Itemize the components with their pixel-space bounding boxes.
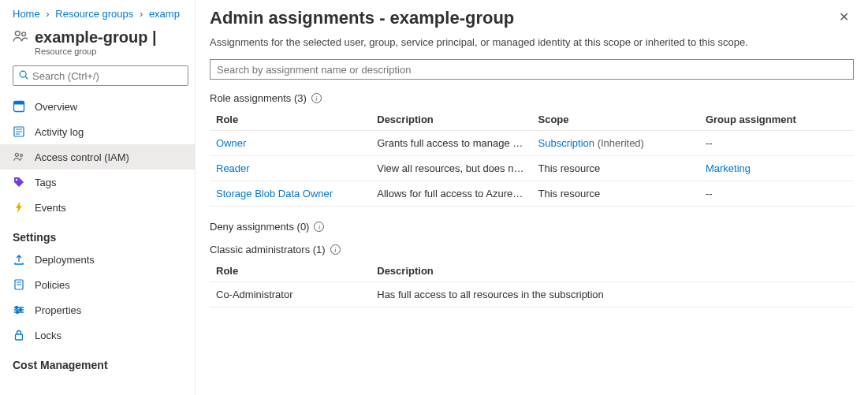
col-scope[interactable]: Scope	[532, 109, 699, 131]
deny-assignments-heading: Deny assignments (0) i	[210, 221, 854, 233]
cell-description: Allows for full access to Azure S…	[371, 181, 531, 207]
table-row[interactable]: Owner Grants full access to manage all ……	[210, 131, 854, 156]
info-icon[interactable]: i	[314, 222, 324, 232]
sidebar-item-label: Deployments	[35, 254, 95, 266]
svg-rect-4	[14, 102, 24, 105]
col-group[interactable]: Group assignment	[699, 109, 854, 131]
sidebar-item-label: Activity log	[35, 126, 84, 138]
scope-link[interactable]: Subscription	[538, 137, 595, 149]
breadcrumb-item[interactable]: examp	[149, 8, 180, 20]
classic-admins-heading: Classic administrators (1) i	[210, 244, 854, 255]
overview-icon	[13, 100, 25, 113]
svg-point-10	[16, 307, 18, 309]
role-link[interactable]: Storage Blob Data Owner	[216, 188, 333, 199]
sidebar-search-input[interactable]	[29, 70, 183, 82]
svg-point-1	[22, 32, 26, 36]
col-role[interactable]: Role	[210, 109, 371, 131]
table-row[interactable]: Reader View all resources, but does not……	[210, 156, 854, 181]
breadcrumb-item[interactable]: Home	[13, 8, 40, 20]
sidebar-item-label: Locks	[35, 330, 61, 341]
sidebar-item-label: Events	[35, 202, 66, 214]
info-icon[interactable]: i	[330, 244, 341, 255]
sidebar-search[interactable]	[13, 65, 188, 86]
role-assignments-table: Role Description Scope Group assignment …	[210, 109, 854, 207]
sidebar-item-label: Tags	[35, 177, 56, 188]
col-description[interactable]: Description	[371, 109, 531, 131]
group-link[interactable]: Marketing	[706, 162, 751, 174]
info-icon[interactable]: i	[311, 93, 322, 103]
lock-icon	[13, 329, 25, 341]
sidebar-item-events[interactable]: Events	[0, 195, 195, 220]
svg-point-8	[16, 179, 17, 181]
log-icon	[13, 125, 25, 138]
cell-description: Grants full access to manage all …	[371, 131, 531, 156]
page-title: example-group |	[35, 28, 157, 47]
role-assignments-heading: Role assignments (3) i	[210, 92, 854, 104]
breadcrumb: Home › Resource groups › examp	[0, 5, 195, 24]
chevron-right-icon: ›	[46, 8, 49, 20]
sidebar-item-label: Access control (IAM)	[35, 151, 129, 163]
sidebar-item-locks[interactable]: Locks	[0, 322, 195, 348]
breadcrumb-item[interactable]: Resource groups	[55, 8, 133, 20]
people-icon	[13, 151, 25, 163]
lightning-icon	[13, 201, 25, 214]
role-link[interactable]: Owner	[216, 137, 246, 149]
svg-point-12	[17, 311, 19, 314]
sidebar-item-policies[interactable]: Policies	[0, 272, 195, 297]
svg-point-2	[20, 71, 26, 77]
svg-point-0	[15, 31, 20, 35]
col-role[interactable]: Role	[210, 260, 371, 282]
panel-title: Admin assignments - example-group	[210, 8, 514, 28]
admin-assignments-panel: Admin assignments - example-group ✕ Assi…	[196, 0, 868, 395]
cell-description: View all resources, but does not…	[371, 156, 531, 181]
cell-role: Co-Administrator	[210, 282, 371, 307]
search-icon	[18, 69, 29, 83]
upload-icon	[13, 253, 25, 266]
sidebar-item-properties[interactable]: Properties	[0, 297, 195, 322]
panel-search[interactable]	[210, 59, 854, 80]
sidebar-item-label: Overview	[35, 101, 77, 113]
role-link[interactable]: Reader	[216, 162, 250, 174]
cell-scope: This resource	[532, 181, 699, 207]
sidebar-item-label: Policies	[35, 279, 70, 291]
people-icon	[11, 28, 30, 45]
sidebar-item-overview[interactable]: Overview	[0, 94, 195, 119]
cell-scope: This resource	[532, 156, 699, 181]
cell-description: Has full access to all resources in the …	[371, 282, 854, 307]
policy-icon	[13, 278, 25, 291]
svg-point-6	[15, 153, 18, 156]
col-description[interactable]: Description	[371, 260, 854, 282]
table-row[interactable]: Co-Administrator Has full access to all …	[210, 282, 854, 307]
close-icon[interactable]: ✕	[834, 6, 854, 28]
panel-search-input[interactable]	[210, 60, 853, 79]
sidebar-item-tags[interactable]: Tags	[0, 170, 195, 195]
panel-description: Assignments for the selected user, group…	[210, 36, 854, 48]
sidebar: Home › Resource groups › examp example-g…	[0, 0, 196, 395]
chevron-right-icon: ›	[140, 8, 143, 20]
classic-admins-table: Role Description Co-Administrator Has fu…	[210, 260, 854, 307]
sidebar-item-label: Properties	[35, 304, 81, 316]
scope-suffix: (Inherited)	[598, 137, 644, 149]
sidebar-item-access-control[interactable]: Access control (IAM)	[0, 144, 195, 170]
sidebar-section-cost-management: Cost Management	[0, 348, 195, 375]
page-subtitle: Resource group	[35, 47, 157, 56]
properties-icon	[13, 304, 25, 316]
sidebar-section-settings: Settings	[0, 220, 195, 247]
sidebar-item-deployments[interactable]: Deployments	[0, 247, 195, 272]
cell-group: --	[699, 131, 854, 156]
svg-point-11	[20, 309, 22, 311]
sidebar-item-activity-log[interactable]: Activity log	[0, 119, 195, 144]
tag-icon	[13, 176, 25, 188]
table-row[interactable]: Storage Blob Data Owner Allows for full …	[210, 181, 854, 207]
svg-point-7	[20, 154, 22, 156]
svg-rect-13	[16, 334, 23, 340]
cell-group: --	[699, 181, 854, 207]
